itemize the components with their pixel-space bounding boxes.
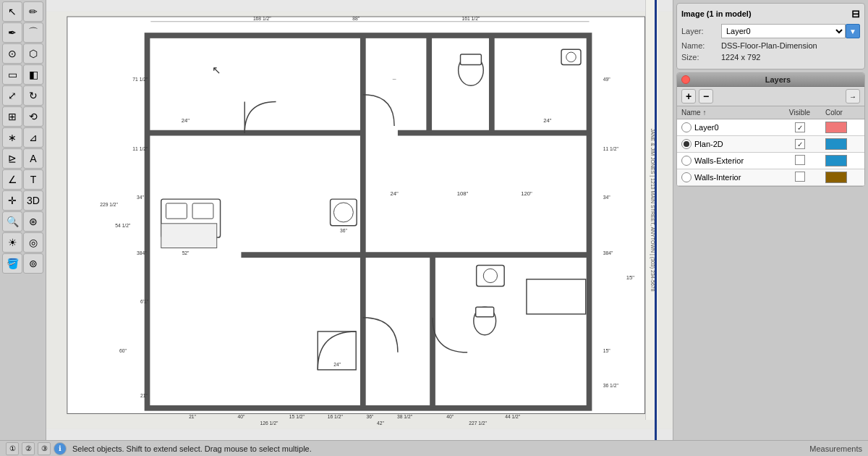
tool-zoom[interactable]: 🔍 bbox=[2, 211, 22, 232]
layer-name-text: Layer0 bbox=[694, 123, 719, 132]
tool-look-around[interactable]: ◎ bbox=[23, 232, 43, 253]
layer-visible-cell[interactable] bbox=[778, 136, 821, 153]
svg-text:52": 52" bbox=[182, 250, 190, 256]
svg-text:54 1/2": 54 1/2" bbox=[115, 223, 131, 228]
layers-panel: Layers + − → Name ↑ Visible Color bbox=[676, 72, 865, 187]
tool-rectangle[interactable]: ▭ bbox=[2, 64, 22, 85]
tool-move[interactable]: ⤢ bbox=[2, 85, 22, 106]
tool-row-7: ∗ ⊿ bbox=[2, 127, 43, 148]
tool-paint-bucket[interactable]: 🪣 bbox=[2, 253, 22, 274]
layer-checkbox-1[interactable] bbox=[795, 139, 805, 149]
tool-extra[interactable]: ⊚ bbox=[23, 253, 43, 274]
tool-row-12: ☀ ◎ bbox=[2, 232, 43, 253]
image-info-collapse-btn[interactable]: ⊟ bbox=[851, 8, 860, 20]
layer-radio-3[interactable] bbox=[681, 172, 692, 182]
layer-radio-0[interactable] bbox=[681, 122, 692, 132]
layer-checkbox-0[interactable] bbox=[795, 122, 805, 132]
tool-circle[interactable]: ⊙ bbox=[2, 43, 22, 64]
layer-name-cell: Layer0 bbox=[677, 119, 778, 136]
status-icon-1[interactable]: ① bbox=[6, 442, 19, 455]
svg-rect-64 bbox=[527, 279, 586, 314]
tool-zoom-extents[interactable]: ⊛ bbox=[23, 211, 43, 232]
layer-color-swatch-1[interactable] bbox=[825, 138, 847, 150]
layer-name-text: Walls-Interior bbox=[694, 173, 741, 182]
layer-visible-cell[interactable] bbox=[778, 153, 821, 169]
layer-visible-cell[interactable] bbox=[778, 169, 821, 186]
layers-toolbar: + − → bbox=[677, 87, 864, 106]
size-value: 1224 x 792 bbox=[721, 53, 760, 62]
tool-push-pull[interactable]: ⟲ bbox=[23, 106, 43, 127]
layers-panel-titlebar: Layers bbox=[677, 73, 864, 87]
tool-arc[interactable]: ⌒ bbox=[23, 22, 43, 43]
svg-rect-16 bbox=[461, 54, 482, 64]
layer-select[interactable]: Layer0 bbox=[721, 24, 846, 38]
layer-color-cell[interactable] bbox=[821, 119, 864, 136]
status-text: Select objects. Shift to extend select. … bbox=[72, 444, 804, 453]
tool-follow-me[interactable]: ∗ bbox=[2, 127, 22, 148]
col-name-header[interactable]: Name ↑ bbox=[677, 106, 778, 119]
tool-dimension[interactable]: A bbox=[23, 148, 43, 169]
left-toolbar: ↖ ✏ ✒ ⌒ ⊙ ⬡ ▭ ◧ ⤢ ↻ ⊞ ⟲ ∗ ⊿ ⊵ A bbox=[0, 0, 46, 440]
svg-text:16 1/2": 16 1/2" bbox=[328, 414, 344, 419]
status-icon-2[interactable]: ② bbox=[22, 442, 35, 455]
layer-row: Layer0 bbox=[677, 119, 864, 136]
layer-row: Plan-2D bbox=[677, 136, 864, 153]
layer-color-cell[interactable] bbox=[821, 136, 864, 153]
layer-checkbox-3[interactable] bbox=[795, 172, 805, 182]
layer-checkbox-2[interactable] bbox=[795, 155, 805, 165]
remove-layer-btn[interactable]: − bbox=[699, 89, 713, 104]
layer-dropdown-btn[interactable]: ▼ bbox=[846, 24, 860, 38]
layers-panel-title: Layers bbox=[696, 75, 860, 84]
status-icon-4[interactable]: ℹ bbox=[54, 442, 67, 455]
layer-visible-cell[interactable] bbox=[778, 119, 821, 136]
svg-text:227 1/2": 227 1/2" bbox=[469, 421, 487, 426]
tool-offset[interactable]: ⊿ bbox=[23, 127, 43, 148]
layer-color-cell[interactable] bbox=[821, 153, 864, 169]
tool-axes[interactable]: ✛ bbox=[2, 190, 22, 211]
app-container: ↖ ✏ ✒ ⌒ ⊙ ⬡ ▭ ◧ ⤢ ↻ ⊞ ⟲ ∗ ⊿ ⊵ A bbox=[0, 0, 868, 440]
layer-color-swatch-3[interactable] bbox=[825, 172, 847, 183]
svg-text:11 1/2": 11 1/2" bbox=[132, 146, 148, 151]
layers-panel-close-btn[interactable] bbox=[681, 75, 690, 84]
tool-rectangle2[interactable]: ◧ bbox=[23, 64, 43, 85]
tool-rotate[interactable]: ↻ bbox=[23, 85, 43, 106]
svg-text:108": 108" bbox=[457, 190, 469, 197]
layer-name-text: Walls-Exterior bbox=[694, 156, 744, 165]
layers-table: Name ↑ Visible Color Layer0Plan-2DWalls-… bbox=[677, 106, 864, 186]
tool-row-4: ▭ ◧ bbox=[2, 64, 43, 85]
tool-tape[interactable]: ⊵ bbox=[2, 148, 22, 169]
tool-text[interactable]: T bbox=[23, 169, 43, 190]
canvas-area[interactable]: 168 1/2" 88" 161 1/2" bbox=[46, 0, 673, 440]
tool-row-11: 🔍 ⊛ bbox=[2, 211, 43, 232]
tool-row-2: ✒ ⌒ bbox=[2, 22, 43, 43]
add-layer-btn[interactable]: + bbox=[681, 89, 696, 104]
status-icon-3[interactable]: ③ bbox=[38, 442, 51, 455]
svg-text:34": 34" bbox=[603, 195, 610, 200]
layer-radio-1[interactable] bbox=[681, 139, 692, 149]
col-visible-header: Visible bbox=[778, 106, 821, 119]
tool-pencil[interactable]: ✒ bbox=[2, 22, 22, 43]
purge-layers-btn[interactable]: → bbox=[846, 89, 860, 104]
svg-text:↖: ↖ bbox=[212, 64, 221, 76]
tool-eraser[interactable]: ✏ bbox=[23, 1, 43, 22]
svg-text:168 1/2": 168 1/2" bbox=[253, 16, 271, 21]
svg-text:44 1/2": 44 1/2" bbox=[505, 414, 521, 419]
tool-polygon[interactable]: ⬡ bbox=[23, 43, 43, 64]
measurements-label: Measurements bbox=[809, 444, 862, 453]
tool-scale[interactable]: ⊞ bbox=[2, 106, 22, 127]
layer-color-swatch-0[interactable] bbox=[825, 122, 847, 133]
svg-text:384": 384" bbox=[603, 250, 613, 256]
tool-row-8: ⊵ A bbox=[2, 148, 43, 169]
tool-protractor[interactable]: ∠ bbox=[2, 169, 22, 190]
tool-walk[interactable]: ☀ bbox=[2, 232, 22, 253]
tool-3d-text[interactable]: 3D bbox=[23, 190, 43, 211]
svg-text:36": 36" bbox=[340, 228, 347, 233]
svg-text:6'1": 6'1" bbox=[140, 299, 149, 304]
svg-text:120": 120" bbox=[521, 190, 532, 197]
layer-name-text: Plan-2D bbox=[694, 140, 723, 148]
layer-color-cell[interactable] bbox=[821, 169, 864, 186]
svg-text:21": 21" bbox=[189, 414, 196, 419]
layer-radio-2[interactable] bbox=[681, 156, 692, 166]
layer-color-swatch-2[interactable] bbox=[825, 155, 847, 166]
tool-select[interactable]: ↖ bbox=[2, 1, 22, 22]
